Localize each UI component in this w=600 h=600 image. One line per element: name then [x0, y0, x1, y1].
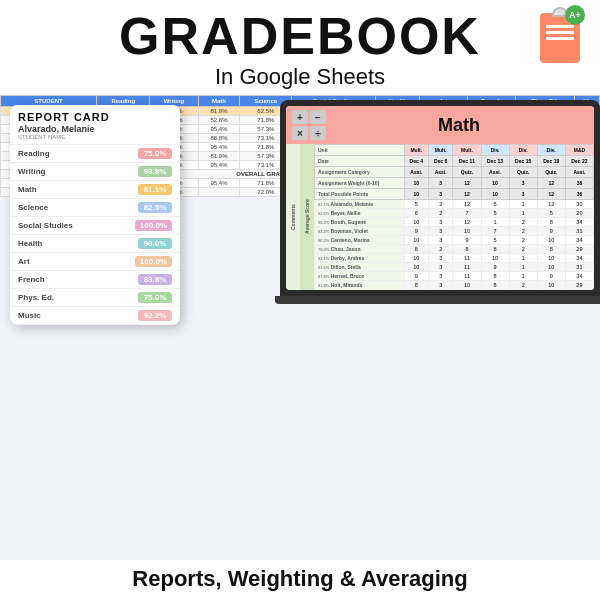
plus-button[interactable]: + — [292, 110, 308, 124]
laptop-base — [275, 296, 600, 304]
grade-value: 83.8% — [138, 274, 172, 285]
bottom-title: Reports, Weighting & Averaging — [20, 566, 580, 592]
subject-name: Reading — [18, 149, 50, 158]
col-math: Math — [198, 96, 240, 107]
divide-button[interactable]: ÷ — [310, 126, 326, 140]
subject-row: Reading 75.0% — [10, 145, 180, 163]
student-name-label: STUDENT NAME — [18, 134, 172, 140]
subject-row: Art 100.0% — [10, 253, 180, 271]
report-card-overlay: REPORT CARD Alvarado, Melanie STUDENT NA… — [10, 105, 180, 325]
clipboard-line-2 — [546, 31, 574, 34]
subject-name: Health — [18, 239, 42, 248]
grade-value: 82.5% — [138, 202, 172, 213]
math-student-row: 90.2% Centeno, Marina1039521034 — [315, 236, 594, 245]
minus-button[interactable]: − — [310, 110, 326, 124]
main-title: GRADEBOOK — [20, 10, 580, 62]
clipboard-line-3 — [546, 37, 574, 40]
math-student-row: 93.1% Derby, Andres103111011034 — [315, 254, 594, 263]
math-detail-table: UnitMult.Mult.Mult.Div.Div.Div.M&DDateDe… — [314, 144, 594, 290]
math-subject-title: Math — [330, 115, 588, 136]
grade-value: 100.0% — [135, 220, 172, 231]
subtitle: In Google Sheets — [20, 64, 580, 90]
subject-name: Writing — [18, 167, 45, 176]
subject-name: Phys. Ed. — [18, 293, 54, 302]
subject-row: Math 81.1% — [10, 181, 180, 199]
subject-name: French — [18, 275, 45, 284]
math-student-row: 91.1% Dillon, Stella10311911031 — [315, 263, 594, 272]
grade-value: 92.2% — [138, 310, 172, 321]
multiply-button[interactable]: × — [292, 126, 308, 140]
subject-name: Science — [18, 203, 48, 212]
clipboard-line-1 — [546, 25, 574, 28]
grade-value: 75.0% — [138, 148, 172, 159]
main-container: GRADEBOOK In Google Sheets A+ STUDENT Re… — [0, 0, 600, 600]
grade-value: 93.8% — [138, 166, 172, 177]
math-student-row: 81.8% Holt, Miranda8310821029 — [315, 281, 594, 290]
comments-label: Comments — [286, 144, 300, 290]
middle-section: STUDENT Reading Writing Math Science Soc… — [0, 95, 600, 560]
grade-value: 100.0% — [135, 256, 172, 267]
math-student-row: 79.0% Chau, Jason82882829 — [315, 245, 594, 254]
math-student-row: 52.6% Beyer, Nellie62751520 — [315, 209, 594, 218]
laptop-inner: + − × ÷ Math Comments Ave — [286, 106, 594, 290]
math-student-row: 90.2% Booth, Eugene1031212834 — [315, 218, 594, 227]
grade-value: 75.0% — [138, 292, 172, 303]
average-score-label: Average Score — [300, 144, 314, 290]
subject-row: French 83.8% — [10, 271, 180, 289]
top-section: GRADEBOOK In Google Sheets A+ — [0, 0, 600, 95]
report-card-header: REPORT CARD Alvarado, Melanie STUDENT NA… — [10, 105, 180, 145]
math-controls: + − × ÷ — [292, 110, 326, 140]
math-student-row: 83.2% Bowman, Violet931072931 — [315, 227, 594, 236]
subject-row: Phys. Ed. 75.0% — [10, 289, 180, 307]
laptop-screen: + − × ÷ Math Comments Ave — [280, 100, 600, 296]
math-btn-row-2: × ÷ — [292, 126, 326, 140]
subject-row: Writing 93.8% — [10, 163, 180, 181]
grade-value: 81.1% — [138, 184, 172, 195]
subject-row: Science 82.5% — [10, 199, 180, 217]
subject-row: Health 90.0% — [10, 235, 180, 253]
clipboard-icon: A+ — [535, 5, 585, 65]
grade-value: 90.0% — [138, 238, 172, 249]
clipboard-body: A+ — [540, 13, 580, 63]
student-name: Alvarado, Melanie — [18, 124, 172, 134]
math-btn-row-1: + − — [292, 110, 326, 124]
report-card-title: REPORT CARD — [18, 111, 172, 123]
subject-row: Music 92.2% — [10, 307, 180, 325]
bottom-section: Reports, Weighting & Averaging — [0, 560, 600, 600]
subject-name: Math — [18, 185, 37, 194]
subject-name: Art — [18, 257, 30, 266]
math-student-row: 87.4% Hensel, Bruce931181934 — [315, 272, 594, 281]
math-header: + − × ÷ Math — [286, 106, 594, 144]
grade-badge-aplus: A+ — [565, 5, 585, 25]
math-detail-area: Comments Average Score UnitMult.Mult.Mul… — [286, 144, 594, 290]
math-student-row: 81.1% Alvarado, Melanie5212511230 — [315, 200, 594, 209]
laptop-container: + − × ÷ Math Comments Ave — [275, 100, 600, 304]
subject-name: Social Studies — [18, 221, 73, 230]
subject-row: Social Studies 100.0% — [10, 217, 180, 235]
math-table-wrapper: UnitMult.Mult.Mult.Div.Div.Div.M&DDateDe… — [314, 144, 594, 290]
subject-name: Music — [18, 311, 41, 320]
subject-list: Reading 75.0% Writing 93.8% Math 81.1% S… — [10, 145, 180, 325]
